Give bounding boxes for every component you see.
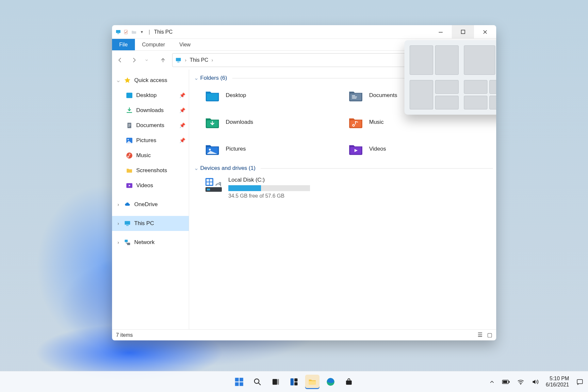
- sidebar-videos[interactable]: Videos: [112, 178, 189, 193]
- volume-icon[interactable]: [531, 378, 539, 385]
- videos-icon: [126, 182, 133, 189]
- tray-overflow-icon[interactable]: [489, 379, 495, 385]
- svg-rect-46: [294, 378, 298, 382]
- network-icon: [124, 239, 131, 246]
- section-drives-header[interactable]: ⌵ Devices and drives (1): [195, 164, 493, 173]
- pin-icon[interactable]: 📌: [179, 138, 186, 143]
- folder-label: Desktop: [226, 92, 246, 99]
- folder-label: Pictures: [226, 146, 246, 152]
- battery-icon[interactable]: [502, 380, 510, 384]
- qat-properties-icon[interactable]: [123, 29, 129, 35]
- snap-layout-quadrant[interactable]: [464, 80, 496, 109]
- folder-videos[interactable]: Videos: [348, 141, 492, 156]
- widgets-icon[interactable]: [287, 375, 301, 389]
- wifi-icon[interactable]: [517, 378, 524, 385]
- minimize-button[interactable]: [430, 25, 452, 39]
- pin-icon[interactable]: 📌: [179, 92, 186, 98]
- tray-clock[interactable]: 5:10 PM 6/16/2021: [546, 376, 569, 388]
- sidebar-desktop[interactable]: Desktop 📌: [112, 88, 189, 103]
- menu-view[interactable]: View: [172, 39, 198, 50]
- maximize-button[interactable]: [452, 25, 474, 39]
- breadcrumb-sep: ›: [185, 57, 187, 63]
- svg-rect-47: [294, 382, 298, 385]
- pin-icon[interactable]: 📌: [179, 122, 186, 128]
- sidebar-network[interactable]: › Network: [112, 235, 189, 250]
- breadcrumb-sep-tail[interactable]: ›: [212, 57, 213, 63]
- svg-rect-2: [124, 30, 127, 34]
- qat-newfolder-icon[interactable]: [131, 29, 137, 35]
- address-thispc-icon: [175, 57, 182, 63]
- sidebar-quick-access[interactable]: ⌵ Quick access: [112, 73, 189, 88]
- taskbar-search-icon[interactable]: [250, 375, 265, 389]
- svg-rect-5: [176, 58, 181, 61]
- close-button[interactable]: [474, 25, 496, 39]
- chevron-right-icon[interactable]: ›: [116, 202, 121, 207]
- music-icon: [126, 152, 133, 159]
- sidebar-pictures[interactable]: Pictures 📌: [112, 133, 189, 148]
- drive-info: Local Disk (C:) 34.5 GB free of 57.6 GB: [228, 177, 310, 199]
- svg-rect-4: [461, 30, 465, 34]
- svg-point-54: [520, 384, 521, 385]
- sidebar-thispc[interactable]: › This PC: [112, 216, 189, 231]
- snap-layout-two-thirds[interactable]: [464, 45, 496, 75]
- svg-rect-40: [235, 382, 239, 386]
- taskbar-edge-icon[interactable]: [323, 375, 338, 389]
- window-title: This PC: [154, 29, 172, 35]
- back-button[interactable]: [117, 57, 123, 63]
- sidebar-screenshots[interactable]: Screenshots: [112, 163, 189, 178]
- folder-pictures[interactable]: Pictures: [205, 141, 348, 156]
- nav-buttons: ⌵: [117, 57, 169, 63]
- chevron-down-icon[interactable]: ⌵: [195, 76, 198, 81]
- chevron-right-icon[interactable]: ›: [116, 240, 121, 245]
- local-disk-icon: [205, 177, 222, 193]
- sidebar-item-label: Pictures: [136, 137, 156, 144]
- folder-downloads[interactable]: Downloads: [205, 115, 348, 130]
- svg-rect-25: [352, 98, 356, 99]
- qat-customize-icon[interactable]: ▾: [139, 29, 145, 35]
- star-icon: [124, 77, 131, 84]
- svg-rect-55: [577, 379, 583, 384]
- folder-music[interactable]: Music: [348, 115, 492, 130]
- notifications-icon[interactable]: [576, 378, 583, 385]
- drive-local-c[interactable]: Local Disk (C:) 34.5 GB free of 57.6 GB: [195, 173, 493, 199]
- svg-rect-34: [206, 179, 209, 182]
- snap-layout-left-half-rightstack[interactable]: [410, 80, 459, 109]
- snap-layouts-flyout: [404, 40, 496, 115]
- desktop-folder-icon: [205, 88, 220, 103]
- menu-computer[interactable]: Computer: [135, 39, 172, 50]
- chevron-down-icon[interactable]: ⌵: [116, 78, 121, 83]
- svg-rect-35: [210, 179, 212, 182]
- taskbar-store-icon[interactable]: [342, 375, 356, 389]
- status-bar: 7 items ☰ ▢: [112, 329, 496, 340]
- drive-freespace: 34.5 GB free of 57.6 GB: [228, 193, 310, 199]
- breadcrumb-thispc[interactable]: This PC: [190, 57, 208, 63]
- sidebar-downloads[interactable]: Downloads 📌: [112, 103, 189, 118]
- taskbar-file-explorer-icon[interactable]: [305, 375, 319, 389]
- menu-file[interactable]: File: [112, 39, 135, 50]
- drive-name: Local Disk (C:): [228, 177, 310, 183]
- svg-rect-10: [128, 124, 131, 124]
- start-button[interactable]: [232, 375, 246, 389]
- cloud-icon: [124, 201, 131, 208]
- task-view-icon[interactable]: [269, 375, 283, 389]
- recent-locations-button[interactable]: ⌵: [145, 57, 152, 63]
- up-button[interactable]: [160, 57, 166, 63]
- taskbar: 5:10 PM 6/16/2021: [0, 371, 588, 392]
- svg-point-14: [128, 139, 129, 140]
- chevron-down-icon[interactable]: ⌵: [195, 166, 198, 171]
- folder-desktop[interactable]: Desktop: [205, 88, 348, 103]
- svg-point-29: [209, 149, 211, 151]
- sidebar-documents[interactable]: Documents 📌: [112, 118, 189, 133]
- forward-button[interactable]: [131, 57, 138, 63]
- snap-layout-half[interactable]: [410, 45, 459, 75]
- pin-icon[interactable]: 📌: [179, 107, 186, 113]
- sidebar-music[interactable]: Music: [112, 148, 189, 163]
- chevron-right-icon[interactable]: ›: [116, 221, 121, 226]
- titlebar: ▾ | This PC: [112, 25, 496, 39]
- drive-capacity-fill: [228, 185, 261, 191]
- details-view-button[interactable]: ☰: [478, 332, 482, 338]
- sidebar-onedrive[interactable]: › OneDrive: [112, 197, 189, 212]
- music-folder-icon: [348, 115, 363, 130]
- svg-rect-36: [206, 182, 209, 185]
- large-icons-view-button[interactable]: ▢: [487, 332, 492, 338]
